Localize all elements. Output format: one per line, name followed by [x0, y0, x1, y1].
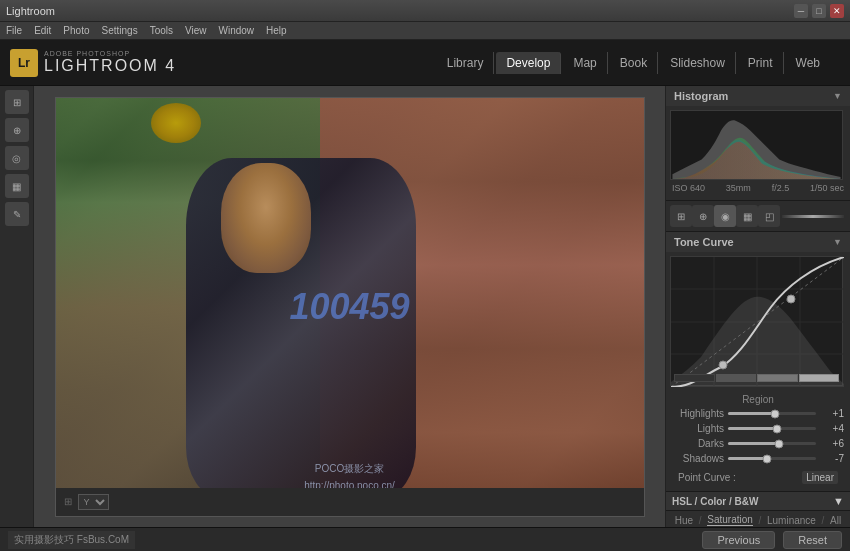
highlights-thumb[interactable]	[770, 409, 779, 418]
hist-mm: 35mm	[726, 183, 751, 193]
svg-point-8	[787, 295, 795, 303]
menu-tools[interactable]: Tools	[150, 25, 173, 36]
darks-label: Darks	[672, 438, 724, 449]
logo-area: Lr ADOBE PHOTOSHOP LIGHTROOM 4	[10, 49, 176, 77]
menu-view[interactable]: View	[185, 25, 207, 36]
shadows-value: -7	[820, 453, 844, 464]
lights-band	[757, 374, 798, 382]
watermark-timestamp: 100459	[289, 286, 409, 328]
hist-iso: ISO 640	[672, 183, 705, 193]
flowers	[151, 103, 201, 143]
shadows-label: Shadows	[672, 453, 724, 464]
point-curve-row: Point Curve : Linear	[672, 468, 844, 487]
photo-canvas: 100459 POCO摄影之家 http://photo.poco.cn/ ⊞ …	[56, 98, 644, 516]
close-button[interactable]: ✕	[830, 4, 844, 18]
app-title: Lightroom	[6, 5, 794, 17]
tone-curve-panel: Tone Curve ▼	[666, 232, 850, 492]
point-curve-label: Point Curve :	[678, 472, 736, 483]
lights-thumb[interactable]	[773, 424, 782, 433]
highlights-row: Highlights +1	[672, 408, 844, 419]
hist-aperture: f/2.5	[772, 183, 790, 193]
shadows-thumb[interactable]	[762, 454, 771, 463]
header: Lr ADOBE PHOTOSHOP LIGHTROOM 4 Library D…	[0, 40, 850, 86]
histogram-header[interactable]: Histogram ▼	[666, 86, 850, 106]
hsl-collapse-icon: ▼	[833, 495, 844, 507]
zoom-select[interactable]: Y	[78, 494, 109, 510]
region-sliders-section: Region Highlights +1 Lights	[666, 390, 850, 491]
adjustment-brush-btn[interactable]: ◰	[758, 205, 780, 227]
highlights-track[interactable]	[728, 412, 816, 415]
menu-help[interactable]: Help	[266, 25, 287, 36]
histogram-label: Histogram	[674, 90, 728, 102]
tool-crop[interactable]: ⊞	[5, 90, 29, 114]
reset-button[interactable]: Reset	[783, 531, 842, 549]
tab-develop[interactable]: Develop	[496, 52, 561, 74]
menu-edit[interactable]: Edit	[34, 25, 51, 36]
lightroom-label: LIGHTROOM 4	[44, 57, 176, 75]
main: ⊞ ⊕ ◎ ▦ ✎ 100459 POCO摄影之家 http://photo	[0, 86, 850, 527]
histogram-panel: Histogram ▼	[666, 86, 850, 201]
lights-track[interactable]	[728, 427, 816, 430]
hsl-tabs-row: Hue / Saturation / Luminance / All	[666, 511, 850, 527]
darks-fill	[728, 442, 779, 445]
menu-photo[interactable]: Photo	[63, 25, 89, 36]
histogram-section: ISO 640 35mm f/2.5 1/50 sec	[666, 106, 850, 200]
frame-icon: ⊞	[64, 496, 72, 507]
tool-heal[interactable]: ⊕	[5, 118, 29, 142]
tone-curve-collapse-icon: ▼	[833, 237, 842, 247]
hsl-label: HSL / Color / B&W	[672, 496, 758, 507]
shadows-row: Shadows -7	[672, 453, 844, 464]
tab-print[interactable]: Print	[738, 52, 784, 74]
photo-bottom-bar: ⊞ Y	[56, 488, 644, 516]
spot-removal-btn[interactable]: ⊕	[692, 205, 714, 227]
hsl-tab-luminance[interactable]: Luminance	[767, 515, 816, 526]
window-controls: ─ □ ✕	[794, 4, 844, 18]
hsl-panel: HSL / Color / B&W ▼ Hue / Saturation / L…	[666, 492, 850, 527]
lights-row: Lights +4	[672, 423, 844, 434]
maximize-button[interactable]: □	[812, 4, 826, 18]
tone-curve-header[interactable]: Tone Curve ▼	[666, 232, 850, 252]
hsl-header[interactable]: HSL / Color / B&W ▼	[666, 492, 850, 511]
tab-library[interactable]: Library	[437, 52, 495, 74]
menu-settings[interactable]: Settings	[102, 25, 138, 36]
tab-book[interactable]: Book	[610, 52, 658, 74]
titlebar: Lightroom ─ □ ✕	[0, 0, 850, 22]
menubar: File Edit Photo Settings Tools View Wind…	[0, 22, 850, 40]
hsl-tab-all[interactable]: All	[830, 515, 841, 526]
hist-shutter: 1/50 sec	[810, 183, 844, 193]
bottom-bar: 实用摄影技巧 FsBus.CoM Previous Reset	[0, 527, 850, 551]
crop-tool-btn[interactable]: ⊞	[670, 205, 692, 227]
tool-brush[interactable]: ✎	[5, 202, 29, 226]
hsl-tab-hue[interactable]: Hue	[675, 515, 693, 526]
graduated-filter-btn[interactable]: ▦	[736, 205, 758, 227]
lights-value: +4	[820, 423, 844, 434]
histogram-collapse-icon: ▼	[833, 91, 842, 101]
highlights-value: +1	[820, 408, 844, 419]
bottom-nav-buttons: Previous Reset	[702, 531, 842, 549]
svg-point-7	[719, 361, 727, 369]
darks-thumb[interactable]	[775, 439, 784, 448]
tool-redeye[interactable]: ◎	[5, 146, 29, 170]
exposure-slider[interactable]	[782, 215, 844, 218]
tab-web[interactable]: Web	[786, 52, 830, 74]
previous-button[interactable]: Previous	[702, 531, 775, 549]
darks-track[interactable]	[728, 442, 816, 445]
tab-map[interactable]: Map	[563, 52, 607, 74]
minimize-button[interactable]: ─	[794, 4, 808, 18]
menu-window[interactable]: Window	[219, 25, 255, 36]
darks-band	[716, 374, 757, 382]
image-area: 100459 POCO摄影之家 http://photo.poco.cn/ ⊞ …	[34, 86, 665, 527]
darks-value: +6	[820, 438, 844, 449]
tool-gradient[interactable]: ▦	[5, 174, 29, 198]
left-panel: ⊞ ⊕ ◎ ▦ ✎	[0, 86, 34, 527]
hsl-tab-saturation[interactable]: Saturation	[707, 514, 753, 526]
point-curve-value[interactable]: Linear	[802, 471, 838, 484]
shadows-track[interactable]	[728, 457, 816, 460]
menu-file[interactable]: File	[6, 25, 22, 36]
person-face	[221, 163, 311, 273]
redeye-btn[interactable]: ◉	[714, 205, 736, 227]
hsl-sep3: /	[822, 515, 825, 526]
tab-slideshow[interactable]: Slideshow	[660, 52, 736, 74]
lights-fill	[728, 427, 777, 430]
develop-tools-row: ⊞ ⊕ ◉ ▦ ◰	[666, 201, 850, 232]
